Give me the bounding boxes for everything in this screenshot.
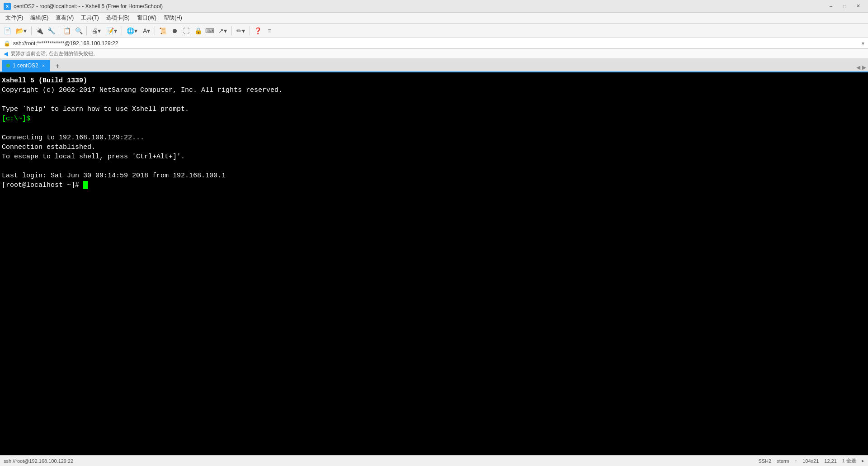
new-tab-button[interactable]: + [52,61,63,71]
maximize-button[interactable]: □ [838,2,851,10]
extra-button[interactable]: ≡ [264,25,275,36]
status-columns: 104x21 [802,458,819,464]
menu-edit[interactable]: 编辑(E) [27,13,52,23]
address-bar: 🔒 ssh://root:*************@192.168.100.1… [0,38,868,49]
terminal-line-prompt1: [c:\~]$ [2,114,866,124]
toolbar-sep-2 [59,26,59,35]
font-dropdown[interactable]: A▾ [141,26,152,36]
status-arrow-left[interactable]: ↑ [795,458,797,464]
zoom-button[interactable]: 🔍 [73,25,84,36]
open-dropdown[interactable]: 📂▾ [14,26,29,36]
tab-centos2[interactable]: 1 centOS2 × [2,60,50,71]
terminal-line-5 [2,124,866,133]
menu-file[interactable]: 文件(F) [2,13,27,23]
tab-close-button[interactable]: × [41,62,46,69]
toolbar-sep-1 [31,26,32,35]
status-bar: ssh://root@192.168.100.129:22 SSH2 xterm… [0,455,868,466]
log-dropdown[interactable]: 📝▾ [104,26,119,36]
terminal-cursor [83,181,88,189]
new-session-button[interactable]: 📄 [2,25,13,36]
terminal-line-2: Copyright (c) 2002-2017 NetSarang Comput… [2,86,866,95]
status-ssh: SSH2 [758,458,771,464]
terminal-xshell-version: Xshell 5 (Build 1339) [2,77,87,85]
terminal-line-established: Connection established. [2,143,866,152]
status-position: 12,21 [824,458,837,464]
close-button[interactable]: ✕ [852,2,864,10]
terminal-line-lastlogin: Last login: Sat Jun 30 09:14:59 2018 fro… [2,171,866,181]
send-dropdown[interactable]: ↗▾ [216,26,229,36]
toolbar-sep-6 [231,26,232,35]
menu-tools[interactable]: 工具(T) [77,13,102,23]
terminal-line-1: Xshell 5 (Build 1339) [2,76,866,86]
terminal-area[interactable]: Xshell 5 (Build 1339) Copyright (c) 2002… [0,72,868,455]
tab-label: 1 centOS2 [13,62,38,69]
compose-dropdown[interactable]: ✏▾ [234,26,247,36]
status-expand-arrow[interactable]: ▸ [862,458,864,464]
terminal-line-escape: To escape to local shell, press 'Ctrl+Al… [2,152,866,162]
tab-bar-arrow-right[interactable]: ▶ [862,64,866,71]
lock-button[interactable]: 🔒 [193,25,203,36]
toolbar-sep-4 [122,26,122,35]
lock-icon: 🔒 [4,40,10,47]
address-dropdown-arrow[interactable]: ▾ [862,40,864,47]
fullscreen-button[interactable]: ⛶ [181,25,192,36]
menu-window[interactable]: 窗口(W) [133,13,160,23]
terminal-line-4: Type `help' to learn how to use Xshell p… [2,105,866,114]
app-icon: X [4,3,11,10]
terminal-line-connecting: Connecting to 192.168.100.129:22... [2,133,866,143]
toolbar-sep-7 [250,26,250,35]
terminal-line-6 [2,162,866,171]
print-dropdown[interactable]: 🖨▾ [89,26,103,36]
copy-button[interactable]: 📋 [61,25,72,36]
minimize-button[interactable]: − [825,2,837,10]
status-lang: 1 全选 [842,457,856,464]
record-button[interactable]: ⏺ [169,25,180,36]
window-title: centOS2 - root@localhost:~ - Xshell 5 (F… [14,3,163,10]
connect-button[interactable]: 🔌 [34,25,45,36]
menu-view[interactable]: 查看(V) [52,13,77,23]
toolbar-sep-3 [86,26,87,35]
status-term: xterm [777,458,789,464]
title-bar-left: X centOS2 - root@localhost:~ - Xshell 5 … [4,3,163,10]
keypad-button[interactable]: ⌨ [204,25,215,36]
tab-status-dot [6,64,10,67]
status-connection: ssh://root@192.168.100.129:22 [4,458,758,464]
info-bar: ◀ 要添加当前会话, 点击左侧的箭头按钮。 [0,49,868,59]
info-text: 要添加当前会话, 点击左侧的箭头按钮。 [11,50,98,57]
tab-bar-right: ◀ ▶ [856,64,866,71]
toolbar-sep-5 [155,26,155,35]
info-arrow-icon[interactable]: ◀ [4,50,8,57]
terminal-line-3 [2,95,866,105]
terminal-line-prompt2: [root@localhost ~]# [2,181,866,190]
tab-bar: 1 centOS2 × + ◀ ▶ [0,59,868,72]
help-button[interactable]: ❓ [252,25,263,36]
window-controls: − □ ✕ [825,2,864,10]
toolbar: 📄 📂▾ 🔌 🔧 📋 🔍 🖨▾ 📝▾ 🌐▾ A▾ 📜 ⏺ ⛶ 🔒 ⌨ ↗▾ ✏▾… [0,24,868,38]
menu-bar: 文件(F) 编辑(E) 查看(V) 工具(T) 选项卡(B) 窗口(W) 帮助(… [0,13,868,24]
menu-tabs[interactable]: 选项卡(B) [103,13,133,23]
menu-help[interactable]: 帮助(H) [160,13,186,23]
tab-bar-arrow-left[interactable]: ◀ [856,64,860,71]
status-right: SSH2 xterm ↑ 104x21 12,21 1 全选 ▸ [758,457,864,464]
script-button[interactable]: 📜 [157,25,168,36]
properties-button[interactable]: 🔧 [46,25,57,36]
address-text: ssh://root:*************@192.168.100.129… [13,40,859,47]
globe-dropdown[interactable]: 🌐▾ [124,26,140,36]
title-bar: X centOS2 - root@localhost:~ - Xshell 5 … [0,0,868,13]
